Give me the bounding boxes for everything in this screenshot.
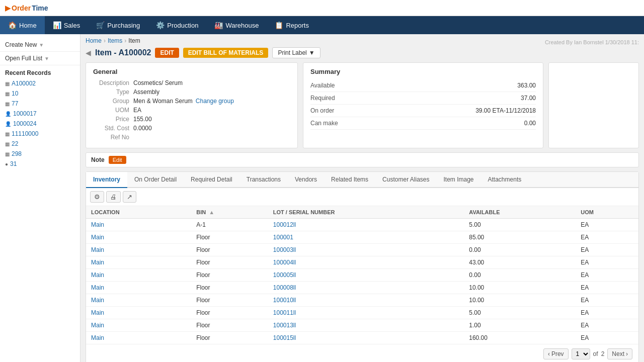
extra-panel (548, 62, 639, 148)
nav-bar: 🏠 Home 📊 Sales 🛒 Purchasing ⚙️ Productio… (0, 16, 644, 34)
cell-uom: EA (576, 332, 638, 344)
cell-lot[interactable]: 100003ll (268, 244, 464, 256)
field-type: Type Assembly (93, 88, 290, 96)
breadcrumb: Home › Items › Item (86, 37, 140, 44)
recent-item-icon: ▦ (5, 131, 10, 137)
cell-location[interactable]: Main (86, 282, 191, 294)
cell-uom: EA (576, 244, 638, 256)
cell-location[interactable]: Main (86, 219, 191, 231)
open-full-list-button[interactable]: Open Full List ▼ (0, 52, 80, 65)
recent-item-label: 298 (12, 150, 22, 157)
general-panel-title: General (93, 68, 290, 75)
edit-button[interactable]: EDIT (155, 48, 179, 58)
cell-lot[interactable]: 100004ll (268, 256, 464, 269)
cell-location[interactable]: Main (86, 294, 191, 307)
recent-item-1000017[interactable]: 👤1000017 (0, 109, 80, 119)
cell-uom: EA (576, 219, 638, 231)
production-icon: ⚙️ (156, 21, 165, 29)
recent-item-icon: 👤 (5, 121, 11, 127)
recent-records-label: Recent Records (0, 65, 80, 78)
page-title: Item - A100002 (95, 48, 151, 57)
warehouse-icon: 🏭 (214, 21, 223, 29)
tab-inventory[interactable]: Inventory (86, 172, 127, 188)
tab-item-image[interactable]: Item Image (436, 172, 480, 188)
recent-items-list: ▦A100002▦10▦77👤1000017👤1000024▦11110000▦… (0, 78, 80, 169)
recent-item-31[interactable]: ●31 (0, 159, 80, 169)
tab-bar: Inventory On Order Detail Required Detai… (86, 172, 638, 188)
breadcrumb-items[interactable]: Items (108, 37, 122, 44)
breadcrumb-home[interactable]: Home (86, 37, 102, 44)
nav-purchasing[interactable]: 🛒 Purchasing (88, 16, 148, 34)
recent-item-icon: ▦ (5, 101, 10, 107)
sidebar: Create New ▼ Open Full List ▼ Recent Rec… (0, 34, 80, 362)
nav-reports[interactable]: 📋 Reports (267, 16, 317, 34)
recent-item-22[interactable]: ▦22 (0, 139, 80, 149)
cell-lot[interactable]: 100001 (268, 231, 464, 244)
cell-location[interactable]: Main (86, 332, 191, 344)
recent-item-1000024[interactable]: 👤1000024 (0, 119, 80, 129)
recent-item-A100002[interactable]: ▦A100002 (0, 78, 80, 88)
tab-related-items[interactable]: Related Items (324, 172, 375, 188)
print-toolbar-button[interactable]: 🖨 (106, 191, 121, 203)
cell-location[interactable]: Main (86, 269, 191, 282)
cell-lot[interactable]: 100013ll (268, 319, 464, 332)
next-page-button[interactable]: Next › (607, 348, 632, 359)
inventory-table: LOCATION BIN ▲ LOT / SERIAL NUMBER AVAIL… (86, 206, 638, 344)
reports-icon: 📋 (275, 21, 283, 29)
summary-on-order: On order 39.00 ETA-11/12/2018 (310, 105, 536, 117)
recent-item-label: A100002 (12, 80, 36, 87)
field-ref-no: Ref No (93, 134, 290, 141)
recent-item-298[interactable]: ▦298 (0, 149, 80, 159)
nav-warehouse[interactable]: 🏭 Warehouse (206, 16, 267, 34)
cell-lot[interactable]: 100008ll (268, 282, 464, 294)
next-icon: › (626, 350, 628, 357)
field-uom: UOM EA (93, 107, 290, 114)
cell-lot[interactable]: 100011ll (268, 307, 464, 319)
cell-location[interactable]: Main (86, 244, 191, 256)
table-row: Main A-1 100012ll 5.00 EA (86, 219, 638, 231)
note-edit-button[interactable]: Edit (109, 156, 126, 164)
recent-item-77[interactable]: ▦77 (0, 99, 80, 109)
tab-required-detail[interactable]: Required Detail (184, 172, 239, 188)
prev-page-button[interactable]: ‹ Prev (543, 348, 569, 359)
tab-vendors[interactable]: Vendors (288, 172, 324, 188)
change-group-link[interactable]: Change group (196, 98, 234, 105)
export-toolbar-button[interactable]: ↗ (123, 191, 136, 203)
tabs-section: Inventory On Order Detail Required Detai… (86, 171, 639, 362)
cell-bin: Floor (191, 282, 268, 294)
prev-icon: ‹ (548, 350, 550, 357)
cell-location[interactable]: Main (86, 231, 191, 244)
create-new-button[interactable]: Create New ▼ (0, 38, 80, 52)
collapse-icon[interactable]: ◀ (86, 49, 91, 57)
cell-location[interactable]: Main (86, 256, 191, 269)
settings-toolbar-button[interactable]: ⚙ (90, 191, 104, 203)
print-label-button[interactable]: Print Label ▼ (272, 47, 320, 58)
item-header: ◀ Item - A100002 EDIT EDIT BILL OF MATER… (86, 47, 639, 58)
cell-location[interactable]: Main (86, 319, 191, 332)
recent-item-11110000[interactable]: ▦11110000 (0, 129, 80, 139)
recent-item-label: 22 (12, 140, 18, 147)
tab-on-order-detail[interactable]: On Order Detail (127, 172, 184, 188)
cell-lot[interactable]: 100015ll (268, 332, 464, 344)
page-select[interactable]: 1 2 (572, 348, 590, 359)
tab-transactions[interactable]: Transactions (239, 172, 288, 188)
nav-home[interactable]: 🏠 Home (0, 16, 45, 34)
recent-item-label: 1000017 (13, 110, 37, 117)
tab-customer-aliases[interactable]: Customer Aliases (375, 172, 436, 188)
recent-item-icon: 👤 (5, 111, 11, 117)
tab-attachments[interactable]: Attachments (481, 172, 529, 188)
cell-lot[interactable]: 100012ll (268, 219, 464, 231)
field-std-cost: Std. Cost 0.0000 (93, 125, 290, 132)
recent-item-10[interactable]: ▦10 (0, 88, 80, 99)
cell-lot[interactable]: 100010ll (268, 294, 464, 307)
cell-available: 0.00 (464, 269, 576, 282)
cell-location[interactable]: Main (86, 307, 191, 319)
cell-uom: EA (576, 231, 638, 244)
nav-production[interactable]: ⚙️ Production (148, 16, 206, 34)
nav-sales[interactable]: 📊 Sales (45, 16, 89, 34)
col-location: LOCATION (86, 206, 191, 219)
summary-can-make: Can make 0.00 (310, 117, 536, 130)
edit-bom-button[interactable]: EDIT BILL OF MATERIALS (183, 48, 269, 58)
col-bin[interactable]: BIN ▲ (191, 206, 268, 219)
cell-lot[interactable]: 100005ll (268, 269, 464, 282)
